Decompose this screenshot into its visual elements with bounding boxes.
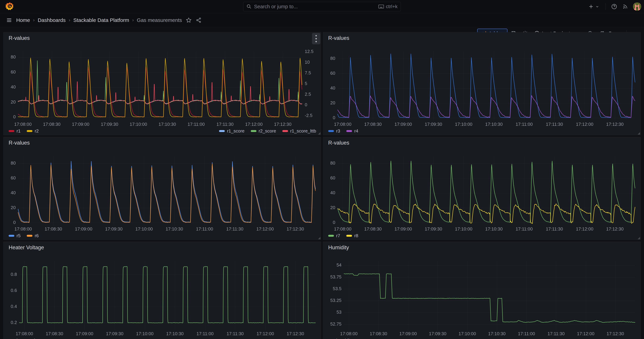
chart-canvas[interactable] [5,256,319,336]
legend-label: r3 [336,128,340,134]
chart-canvas[interactable] [325,46,639,127]
panel-r-values-4: R-values r7r8 [323,137,641,240]
legend-label: humidity [336,338,353,339]
breadcrumb-separator: › [33,18,35,23]
legend-item-r3[interactable]: r3 [328,128,340,134]
panel-r-values-2: R-values r3r4 [323,32,641,135]
topbar-divider [606,3,606,10]
legend: r7r8 [328,232,636,239]
legend: heatervoltage [8,337,316,339]
legend-swatch [346,130,352,132]
share-dashboard-button[interactable] [194,15,204,25]
legend-swatch [219,130,225,132]
panel-humidity: Humidity humidity [323,242,641,339]
legend-swatch [27,130,32,132]
legend-label: r1_score_lttb [290,128,316,134]
legend-label: r8 [354,233,358,238]
star-icon [186,17,192,23]
user-avatar[interactable] [633,2,641,11]
search-input[interactable]: Search or jump to... ctrl+k [243,2,401,11]
legend: r5r6 [8,232,316,239]
top-navigation-bar: Search or jump to... ctrl+k [0,0,644,13]
legend-label: heatervoltage [16,338,44,339]
legend-item-r2_score[interactable]: r2_score [251,128,276,134]
chart-canvas[interactable] [325,256,639,336]
panel-header: R-values [323,137,640,149]
legend-item-r5[interactable]: r5 [8,233,20,238]
plus-icon [588,4,594,9]
legend-item-humidity[interactable]: humidity [328,338,353,339]
breadcrumb-separator: › [69,18,70,23]
mega-menu-button[interactable] [4,15,14,25]
legend-item-r7[interactable]: r7 [328,233,340,238]
legend-swatch [8,130,14,132]
legend-label: r1 [16,128,20,134]
panel-title[interactable]: R-values [323,137,349,146]
legend-item-r8[interactable]: r8 [346,233,358,238]
panel-r-values-3: R-values r5r6 [3,137,321,240]
legend-label: r2 [35,128,39,134]
favorite-dashboard-button[interactable] [184,15,194,25]
legend-swatch [328,130,334,132]
hamburger-icon [6,17,12,23]
panel-resize-handle[interactable] [318,237,320,239]
panel-title[interactable]: R-values [4,32,30,41]
grafana-logo[interactable] [6,2,14,12]
breadcrumb-current-dashboard: Gas measurements [137,17,182,23]
chart-canvas[interactable] [5,46,319,127]
legend-item-r6[interactable]: r6 [27,233,39,238]
search-placeholder: Search or jump to... [254,4,378,10]
legend-label: r6 [35,233,39,238]
panel-title[interactable]: R-values [323,32,349,41]
legend-item-heatervoltage[interactable]: heatervoltage [8,338,44,339]
news-button[interactable] [620,2,630,12]
legend-swatch [251,130,256,132]
shortcut-hint: ctrl+k [378,4,398,9]
legend-label: r7 [336,233,340,238]
legend-label: r5 [16,233,20,238]
help-icon [611,4,617,10]
legend-item-r4[interactable]: r4 [346,128,358,134]
panel-header: Humidity [323,242,640,254]
breadcrumb-separator: › [132,18,134,23]
legend-item-r1[interactable]: r1 [8,128,20,134]
legend: r3r4 [328,128,636,134]
breadcrumb-dashboards[interactable]: Dashboards [38,17,66,23]
legend-swatch [346,235,352,237]
legend: humidity [328,337,636,339]
breadcrumb: Home › Dashboards › Stackable Data Platf… [16,17,182,23]
legend-swatch [328,235,334,237]
new-dropdown-button[interactable] [586,2,602,12]
panel-resize-handle[interactable] [638,132,640,134]
panel-header: R-values [323,32,640,44]
chart-canvas[interactable] [5,151,319,232]
panel-title[interactable]: R-values [4,137,30,146]
panel-r-values-1: R-values r1r2r1_scorer2_scorer1_score_lt… [3,32,321,135]
legend-label: r2_score [259,128,276,134]
panel-resize-handle[interactable] [318,132,320,134]
legend-swatch [8,235,14,237]
legend-swatch [27,235,32,237]
breadcrumb-folder[interactable]: Stackable Data Platform [73,17,129,23]
panel-title[interactable]: Humidity [323,242,349,251]
help-button[interactable] [609,2,619,12]
legend-label: r4 [354,128,358,134]
rss-icon [622,4,628,10]
legend-item-r1_score[interactable]: r1_score [219,128,244,134]
panel-menu-button[interactable] [312,33,320,44]
chevron-down-icon [595,4,599,9]
keyboard-icon [378,4,384,9]
search-icon [246,4,252,9]
legend-swatch [282,130,288,132]
panel-heater-voltage: Heater Voltage heatervoltage [3,242,321,339]
panel-title[interactable]: Heater Voltage [4,242,44,251]
share-icon [196,17,202,23]
dashboard-toolbar: Home › Dashboards › Stackable Data Platf… [0,13,644,27]
legend-item-r1_score_lttb[interactable]: r1_score_lttb [282,128,316,134]
legend-item-r2[interactable]: r2 [27,128,39,134]
panel-header: Heater Voltage [4,242,321,254]
legend: r1r2r1_scorer2_scorer1_score_lttb [8,128,316,134]
breadcrumb-home[interactable]: Home [16,17,30,23]
chart-canvas[interactable] [325,151,639,232]
panel-resize-handle[interactable] [638,237,640,239]
